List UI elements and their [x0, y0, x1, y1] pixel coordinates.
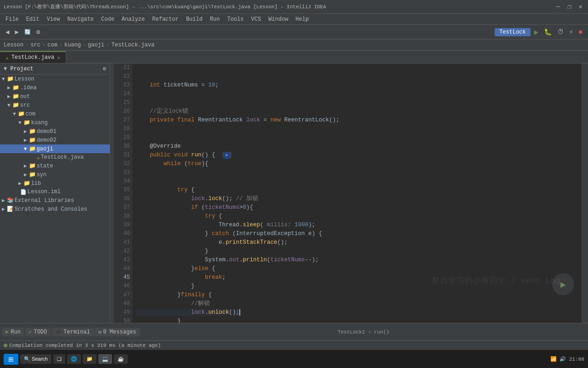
tree-lib-label: lib: [31, 180, 41, 187]
menu-view[interactable]: View: [43, 14, 64, 25]
back-button[interactable]: ◀: [4, 27, 11, 37]
todo-label: TODO: [34, 329, 47, 335]
tree-demo01[interactable]: ▶ 📁 demo01: [0, 127, 110, 136]
close-button[interactable]: ✕: [577, 3, 584, 11]
tree-gaoji[interactable]: ▼ 📁 gaoji: [0, 144, 110, 153]
tab-testlock[interactable]: ☕ TestLock.java ✕: [0, 51, 66, 63]
menu-navigate[interactable]: Navigate: [63, 14, 97, 25]
intellij-taskbar[interactable]: 💻: [98, 354, 112, 364]
breadcrumb-gaoji[interactable]: gaoji: [88, 42, 104, 48]
tree-syn-label: syn: [37, 172, 47, 178]
tree-src-label: src: [20, 102, 30, 109]
network-icon: 📶: [550, 356, 557, 362]
status-message: Compilation completed in 3 s 319 ms (a m…: [9, 343, 161, 348]
tab-icon: ☕: [6, 55, 9, 61]
tree-lessoniml[interactable]: 📄 Lesson.iml: [0, 188, 110, 196]
menu-vcs[interactable]: VCS: [248, 14, 265, 25]
run-button-bottom[interactable]: ▶ Run: [2, 328, 24, 336]
menu-code[interactable]: Code: [97, 14, 118, 25]
main-toolbar: ◀ ▶ 🔄 ⚙ TestLock ▶ 🐛 ⏱ ⚡ ■: [0, 25, 588, 40]
code-text[interactable]: int ticketNums = 10; //定义lock锁 private f…: [132, 63, 582, 323]
menu-analyze[interactable]: Analyze: [118, 14, 148, 25]
tree-out[interactable]: ▶ 📁 out: [0, 92, 110, 101]
scroll-panel[interactable]: [582, 63, 588, 323]
java-taskbar[interactable]: ☕: [114, 354, 128, 364]
coverage-button[interactable]: ⏱: [555, 28, 565, 37]
tree-extlib-label: External Libraries: [15, 197, 74, 204]
browser-taskbar[interactable]: 🌐: [67, 354, 81, 364]
tree-extlib[interactable]: ▶ 📚 External Libraries: [0, 196, 110, 205]
menu-edit[interactable]: Edit: [23, 14, 43, 25]
tree-demo01-label: demo01: [37, 128, 57, 135]
main-area: ▼ Project ⚙ ▼ 📁 Lesson ▶ 📁 .idea ▶ 📁 out…: [0, 63, 588, 323]
windows-taskbar: ⊞ 🔍 Search ❑ 🌐 📁 💻 ☕ 📶 🔊 21:08: [0, 350, 588, 368]
terminal-icon: ⬛: [55, 329, 62, 335]
tree-lib[interactable]: ▶ 📁 lib: [0, 179, 110, 188]
run-icon: ▶: [6, 328, 9, 335]
debug-button[interactable]: 🐛: [542, 27, 554, 37]
menu-build[interactable]: Build: [182, 14, 206, 25]
run-floating-icon: ▶: [560, 279, 566, 290]
tree-syn[interactable]: ▶ 📁 syn: [0, 170, 110, 179]
taskview-button[interactable]: ❑: [53, 354, 65, 364]
run-floating-button[interactable]: ▶: [552, 273, 574, 295]
messages-button[interactable]: ✉ 0 Messages: [95, 328, 140, 336]
tree-com-label: com: [26, 111, 36, 117]
tab-close-icon[interactable]: ✕: [57, 55, 60, 61]
breadcrumb-lesson[interactable]: Lesson: [4, 42, 23, 48]
run-label: Run: [11, 329, 21, 335]
app-title: Lesson [F:\教学\直播\剪辑\代码\ThreadLesson] - .…: [4, 3, 326, 10]
tree-state[interactable]: ▶ 📁 state: [0, 161, 110, 170]
sidebar-settings-icon[interactable]: ⚙: [103, 65, 106, 72]
run-config-selector[interactable]: TestLock: [495, 28, 531, 36]
menu-file[interactable]: File: [2, 14, 23, 25]
refresh-button[interactable]: 🔄: [23, 28, 33, 36]
menu-tools[interactable]: Tools: [224, 14, 248, 25]
tree-com[interactable]: ▼ 📁 com: [0, 109, 110, 118]
tree-kuang[interactable]: ▼ 📁 kuang: [0, 118, 110, 127]
system-tray: 📶 🔊 21:08: [550, 356, 584, 362]
menu-help[interactable]: Help: [292, 14, 312, 25]
tree-gaoji-label: gaoji: [37, 146, 53, 152]
status-bar: Compilation completed in 3 s 319 ms (a m…: [0, 340, 588, 350]
breadcrumb-com[interactable]: com: [47, 42, 57, 48]
run-button[interactable]: ▶: [532, 27, 541, 38]
todo-button[interactable]: ✔ TODO: [25, 328, 51, 336]
search-taskbar[interactable]: 🔍 Search: [20, 354, 51, 364]
tree-idea[interactable]: ▶ 📁 .idea: [0, 83, 110, 92]
tree-src[interactable]: ▼ 📁 src: [0, 101, 110, 109]
tree-lesson[interactable]: ▼ 📁 Lesson: [0, 75, 110, 83]
tree-scratches-label: Scratches and Consoles: [15, 206, 87, 213]
tree-scratches[interactable]: ▶ 📝 Scratches and Consoles: [0, 205, 110, 213]
sidebar-title-label: ▼ Project: [4, 66, 34, 72]
menu-window[interactable]: Window: [265, 14, 292, 25]
tab-bar: ☕ TestLock.java ✕: [0, 51, 588, 63]
tree-demo02-label: demo02: [37, 137, 57, 144]
sidebar-header: ▼ Project ⚙: [0, 63, 110, 75]
tree-idea-label: .idea: [20, 85, 37, 91]
tree-testlock-file[interactable]: ☕ TestLock.java: [0, 153, 110, 161]
code-editor[interactable]: 21 22 23 24 25 26 27 28 29 30 31 32 33 3…: [110, 63, 588, 323]
tree-demo02[interactable]: ▶ 📁 demo02: [0, 136, 110, 144]
menu-run[interactable]: Run: [206, 14, 224, 25]
settings-button[interactable]: ⚙: [34, 27, 42, 37]
breadcrumb-src[interactable]: src: [30, 42, 40, 48]
maximize-button[interactable]: ❐: [565, 3, 573, 11]
tree-state-label: state: [37, 163, 53, 169]
start-button[interactable]: ⊞: [4, 354, 18, 365]
messages-label: 0 Messages: [103, 329, 136, 335]
breadcrumb-kuang[interactable]: kuang: [64, 42, 81, 48]
terminal-button[interactable]: ⬛ Terminal: [51, 328, 94, 336]
status-left: Compilation completed in 3 s 319 ms (a m…: [4, 343, 161, 348]
bottom-breadcrumb: TestLock2 › run(): [141, 329, 586, 335]
profile-button[interactable]: ⚡: [567, 27, 575, 37]
forward-button[interactable]: ▶: [13, 27, 20, 37]
tab-label: TestLock.java: [11, 54, 55, 61]
menu-refactor[interactable]: Refactor: [148, 14, 182, 25]
tree-testlock-label: TestLock.java: [41, 154, 84, 161]
stop-button[interactable]: ■: [577, 28, 584, 37]
title-bar: Lesson [F:\教学\直播\剪辑\代码\ThreadLesson] - .…: [0, 0, 588, 14]
explorer-taskbar[interactable]: 📁: [83, 354, 96, 364]
minimize-button[interactable]: —: [554, 3, 562, 11]
breadcrumb-file[interactable]: TestLock.java: [111, 42, 154, 48]
